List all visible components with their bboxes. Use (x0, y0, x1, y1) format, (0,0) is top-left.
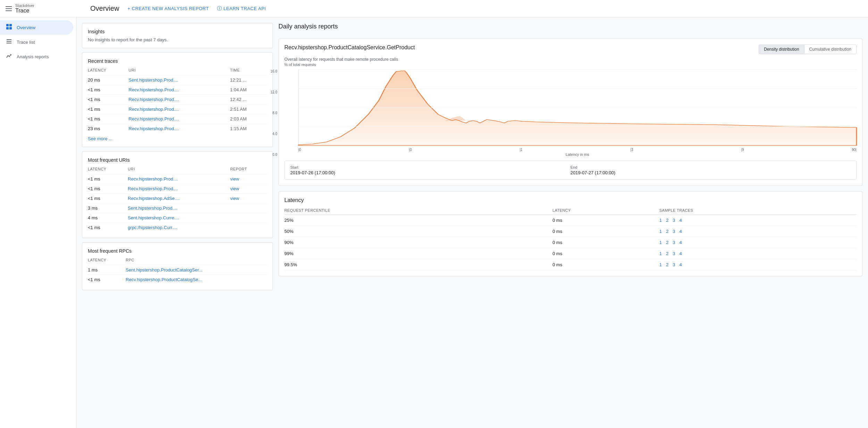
sample-trace-link[interactable]: 3 (673, 218, 675, 223)
sample-trace-link[interactable]: 1 (659, 251, 662, 256)
col-latency: LATENCY (88, 67, 128, 75)
trace-uri[interactable]: Recv.hipstershop.Prod.... (128, 114, 230, 124)
see-more-link[interactable]: See more ... (88, 136, 112, 141)
sample-trace-link[interactable]: 2 (666, 262, 668, 267)
uri-report[interactable]: view (230, 184, 267, 194)
rpc-latency: 1 ms (88, 265, 126, 275)
sample-trace-link[interactable]: 3 (673, 262, 675, 267)
trace-uri[interactable]: Recv.hipstershop.Prod.... (128, 85, 230, 95)
sample-trace-link[interactable]: 2 (666, 240, 668, 245)
trace-uri[interactable]: Sent.hipstershop.Prod.... (128, 75, 230, 85)
uri-report[interactable]: view (230, 194, 267, 203)
brand-title: Stackdriver (15, 3, 34, 8)
table-row: <1 ms Recv.hipstershop.ProductCatalogSe.… (88, 275, 267, 285)
most-frequent-rpcs-table: LATENCY RPC 1 ms Sent.hipstershop.Produc… (88, 257, 267, 284)
table-row: <1 ms Recv.hipstershop.Prod.... 2:03 AM (88, 114, 267, 124)
trace-latency: <1 ms (88, 85, 128, 95)
uri-name[interactable]: Recv.hipstershop.AdSe.... (128, 194, 230, 203)
trace-latency: 20 ms (88, 75, 128, 85)
hamburger-icon[interactable] (6, 6, 12, 11)
uri-name[interactable]: Sent.hipstershop.Prod.... (128, 203, 230, 213)
sample-trace-link[interactable]: 2 (666, 251, 668, 256)
table-row: <1 ms Recv.hipstershop.AdSe.... view (88, 194, 267, 203)
sidebar-item-overview[interactable]: Overview (0, 20, 73, 35)
uri-name[interactable]: Recv.hipstershop.Prod.... (128, 184, 230, 194)
uri-name[interactable]: Sent.hipstershop.Curre.... (128, 213, 230, 223)
grid-line-0 (299, 69, 857, 70)
trace-time: 1:04 AM (230, 85, 267, 95)
uri-report[interactable]: view (230, 174, 267, 184)
overview-icon (6, 24, 12, 31)
sample-trace-link[interactable]: 3 (673, 229, 675, 234)
latency-percentile: 99% (284, 248, 552, 259)
sidebar-item-trace-list-label: Trace list (17, 40, 35, 45)
sample-trace-link[interactable]: 4 (679, 240, 682, 245)
latency-percentile: 50% (284, 226, 552, 237)
rpc-latency: <1 ms (88, 275, 126, 285)
latency-table: Request percentile Latency Sample Traces… (284, 206, 857, 270)
insights-card: Insights No insights to report for the p… (82, 23, 273, 48)
trace-uri[interactable]: Recv.hipstershop.Prod.... (128, 104, 230, 114)
col-latency3: LATENCY (88, 257, 126, 265)
sample-trace-link[interactable]: 4 (679, 218, 682, 223)
table-row: <1 ms Recv.hipstershop.Prod.... 1:04 AM (88, 85, 267, 95)
col-rpc: RPC (126, 257, 267, 265)
latency-row: 99% 0 ms 1234 (284, 248, 857, 259)
learn-trace-api-button[interactable]: ⓘ LEARN TRACE API (217, 6, 266, 12)
sample-trace-link[interactable]: 2 (666, 229, 668, 234)
top-bar: Stackdriver Trace Overview + CREATE NEW … (0, 0, 868, 17)
sample-trace-link[interactable]: 3 (673, 251, 675, 256)
sample-trace-link[interactable]: 1 (659, 218, 662, 223)
trace-latency: <1 ms (88, 104, 128, 114)
most-frequent-uris-table: LATENCY URI REPORT <1 ms Recv.hipstersho… (88, 166, 267, 232)
layout: Overview Trace list Analysis reports Ins… (0, 17, 868, 428)
most-frequent-rpcs-title: Most frequent RPCs (88, 248, 267, 254)
latency-percentile: 99.5% (284, 259, 552, 270)
daily-reports-title: Daily analysis reports (278, 23, 862, 30)
svg-rect-3 (9, 27, 12, 30)
most-frequent-uris-card: Most frequent URIs LATENCY URI REPORT <1… (82, 151, 273, 238)
uri-latency: 3 ms (88, 203, 128, 213)
latency-row: 99.5% 0 ms 1234 (284, 259, 857, 270)
uri-latency: 4 ms (88, 213, 128, 223)
trace-uri[interactable]: Recv.hipstershop.Prod.... (128, 95, 230, 104)
density-distribution-button[interactable]: Density distribution (759, 44, 804, 54)
latency-value: 0 ms (552, 215, 659, 226)
col-time: TIME (230, 67, 267, 75)
trace-uri[interactable]: Recv.hipstershop.Prod.... (128, 124, 230, 134)
top-bar-content: Overview + CREATE NEW ANALYSIS REPORT ⓘ … (90, 5, 862, 12)
rpc-name[interactable]: Recv.hipstershop.ProductCatalogSe... (126, 275, 267, 285)
sample-trace-link[interactable]: 4 (679, 262, 682, 267)
chart-container (298, 69, 857, 146)
svg-rect-2 (6, 27, 9, 30)
trace-time: 2:03 AM (230, 114, 267, 124)
sample-trace-link[interactable]: 1 (659, 229, 662, 234)
sample-trace-link[interactable]: 2 (666, 218, 668, 223)
trace-time: 1:15 AM (230, 124, 267, 134)
sample-trace-link[interactable]: 1 (659, 262, 662, 267)
most-frequent-uris-title: Most frequent URIs (88, 157, 267, 163)
date-start-value: 2019-07-26 (17:00:00) (290, 170, 570, 175)
col-latency-value: Latency (552, 206, 659, 215)
sidebar-item-trace-list[interactable]: Trace list (0, 35, 73, 49)
uri-report (230, 223, 267, 233)
uri-name[interactable]: grpc:/hipstershop.Curr.... (128, 223, 230, 233)
chart-x-label: Latency in ms (298, 152, 857, 157)
right-panel: Daily analysis reports Recv.hipstershop.… (278, 23, 862, 422)
sample-trace-link[interactable]: 4 (679, 229, 682, 234)
sample-trace-link[interactable]: 4 (679, 251, 682, 256)
latency-percentile: 90% (284, 237, 552, 248)
date-end-section: End 2019-07-27 (17:00:00) (570, 165, 851, 175)
uri-name[interactable]: Recv.hipstershop.Prod.... (128, 174, 230, 184)
insights-text: No insights to report for the past 7 day… (88, 37, 267, 42)
sample-traces: 1234 (659, 237, 857, 248)
cumulative-distribution-button[interactable]: Cumulative distribution (804, 44, 857, 54)
rpc-name[interactable]: Sent.hipstershop.ProductCatalogSer... (126, 265, 267, 275)
sample-trace-link[interactable]: 3 (673, 240, 675, 245)
trace-latency: 23 ms (88, 124, 128, 134)
sample-trace-link[interactable]: 1 (659, 240, 662, 245)
latency-value: 0 ms (552, 248, 659, 259)
create-analysis-button[interactable]: + CREATE NEW ANALYSIS REPORT (127, 6, 209, 11)
sidebar-item-analysis-reports[interactable]: Analysis reports (0, 49, 73, 64)
recent-traces-title: Recent traces (88, 58, 267, 64)
